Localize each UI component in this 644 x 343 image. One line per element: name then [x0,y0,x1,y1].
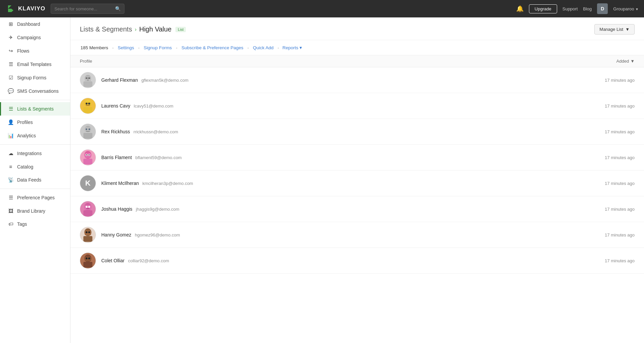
main-content: Lists & Segments › High Value List Manag… [70,17,644,343]
profile-info: Hanny Gomez hgomez96@demo.com [101,232,605,238]
support-link[interactable]: Support [562,6,578,11]
preference-pages-icon: ☰ [8,195,14,201]
integrations-icon: ☁ [8,150,14,156]
sidebar-item-brand-library[interactable]: 🖼 Brand Library [0,204,70,217]
svg-rect-25 [84,159,93,164]
sidebar-item-analytics[interactable]: 📊 Analytics [0,129,70,142]
svg-rect-30 [86,208,90,209]
blog-link[interactable]: Blog [583,6,592,11]
svg-point-34 [86,231,88,233]
profile-row[interactable]: Colet Olliar colliar92@demo.com 17 minut… [70,248,644,274]
profile-info: Joshua Haggis jhaggis9g@demo.com [101,206,605,212]
profiles-list: Gerhard Flexman gflexman5k@demo.com 17 m… [70,67,644,274]
profile-added-time: 17 minutes ago [605,155,635,160]
avatar [80,149,96,165]
profile-name: Rex Rickhuss [101,129,130,134]
svg-rect-36 [84,236,93,242]
profile-row[interactable]: Joshua Haggis jhaggis9g@demo.com 17 minu… [70,196,644,222]
sub-nav-quick-add[interactable]: Quick Add [252,45,274,50]
sidebar-item-data-feeds[interactable]: 📡 Data Feeds [0,173,70,187]
sidebar-item-lists-segments[interactable]: ☰ Lists & Segments [0,102,70,116]
svg-rect-20 [85,153,91,158]
sidebar-item-email-templates[interactable]: ☰ Email Templates [0,58,70,71]
sidebar-item-catalog[interactable]: ≡ Catalog [0,160,70,173]
profile-email: lcavy51@demo.com [134,104,173,109]
sidebar-item-dashboard[interactable]: ⊞ Dashboard [0,17,70,31]
sep-2: - [138,45,140,50]
sub-nav-reports-dropdown[interactable]: Reports ▾ [282,45,302,50]
search-icon: 🔍 [115,6,121,11]
search-input[interactable] [54,6,112,11]
profile-row[interactable]: Rex Rickhuss rrickhussn@demo.com 17 minu… [70,119,644,145]
sidebar-divider-3 [0,189,70,189]
profile-row[interactable]: Gerhard Flexman gflexman5k@demo.com 17 m… [70,67,644,93]
page-header: Lists & Segments › High Value List Manag… [70,17,644,40]
top-navigation: KLAVIYO 🔍 🔔 Upgrade Support Blog D Group… [0,0,644,17]
sep-1: - [112,45,114,50]
upgrade-button[interactable]: Upgrade [529,4,557,13]
logo-text: KLAVIYO [18,5,45,12]
profile-row[interactable]: Hanny Gomez hgomez96@demo.com 17 minutes… [70,222,644,248]
notification-bell-icon[interactable]: 🔔 [516,5,524,12]
svg-point-28 [86,206,88,208]
reports-dropdown-icon: ▾ [300,45,302,50]
sub-nav-settings[interactable]: Settings [117,45,135,50]
breadcrumb-arrow-icon: › [135,26,137,32]
table-header: Profile Added ▼ [70,55,644,67]
svg-point-10 [88,102,90,105]
logo[interactable]: KLAVIYO [5,3,45,14]
profiles-icon: 👤 [8,119,14,125]
svg-rect-27 [85,205,91,210]
profile-added-time: 17 minutes ago [605,207,635,212]
avatar [80,72,96,88]
search-bar[interactable]: 🔍 [51,4,124,14]
sep-5: - [278,45,279,50]
avatar [80,98,96,114]
sidebar-item-profiles[interactable]: 👤 Profiles [0,116,70,129]
breadcrumb-parent[interactable]: Lists & Segments [80,25,132,33]
added-column-header[interactable]: Added ▼ [616,59,635,64]
profile-info: Laurens Cavy lcavy51@demo.com [101,103,605,109]
sidebar-item-preference-pages[interactable]: ☰ Preference Pages [0,191,70,204]
profile-row[interactable]: Barris Flament bflament59@demo.com 17 mi… [70,145,644,170]
profile-row[interactable]: Laurens Cavy lcavy51@demo.com 17 minutes… [70,93,644,119]
svg-rect-16 [89,128,90,130]
user-name[interactable]: Grouparoo ▼ [613,6,639,11]
svg-point-39 [86,257,88,259]
profile-added-time: 17 minutes ago [605,104,635,109]
sort-icon: ▼ [630,59,635,64]
profile-name: Joshua Haggis [101,206,132,212]
breadcrumb-current: High Value [139,25,171,33]
avatar: K [80,175,96,191]
tags-icon: 🏷 [8,221,14,227]
sidebar-item-sms-conversations[interactable]: 💬 SMS Conversations [0,84,70,98]
sidebar-item-campaigns[interactable]: ✈ Campaigns [0,31,70,44]
analytics-icon: 📊 [8,133,14,139]
user-avatar[interactable]: D [597,3,608,14]
sidebar-item-signup-forms[interactable]: ☑ Signup Forms [0,71,70,84]
profile-name: Laurens Cavy [101,103,130,109]
svg-rect-15 [86,128,87,130]
sidebar-item-flows[interactable]: ↪ Flows [0,44,70,58]
main-layout: ⊞ Dashboard ✈ Campaigns ↪ Flows ☰ Email … [0,17,644,343]
catalog-icon: ≡ [8,164,14,169]
profile-name: Gerhard Flexman [101,77,138,83]
sms-icon: 💬 [8,88,14,94]
members-count[interactable]: 185 Members [80,45,109,50]
sub-navigation: 185 Members - Settings - Signup Forms - … [70,40,644,55]
list-type-badge: List [175,27,186,32]
profile-name: Kliment McIlheran [101,181,139,186]
sub-nav-subscribe-preference[interactable]: Subscribe & Preference Pages [181,45,244,50]
sidebar-item-integrations[interactable]: ☁ Integrations [0,147,70,160]
manage-list-button[interactable]: Manage List ▼ [594,24,635,35]
sub-nav-signup-forms[interactable]: Signup Forms [143,45,172,50]
sidebar-item-tags[interactable]: 🏷 Tags [0,217,70,230]
data-feeds-icon: 📡 [8,177,14,183]
signup-forms-icon: ☑ [8,75,14,81]
profile-info: Colet Olliar colliar92@demo.com [101,258,605,264]
profile-row[interactable]: K Kliment McIlheran kmcilheran3p@demo.co… [70,170,644,196]
svg-point-40 [88,257,90,259]
dashboard-icon: ⊞ [8,21,14,27]
svg-rect-5 [87,80,89,80]
dropdown-arrow-icon: ▼ [625,27,630,32]
